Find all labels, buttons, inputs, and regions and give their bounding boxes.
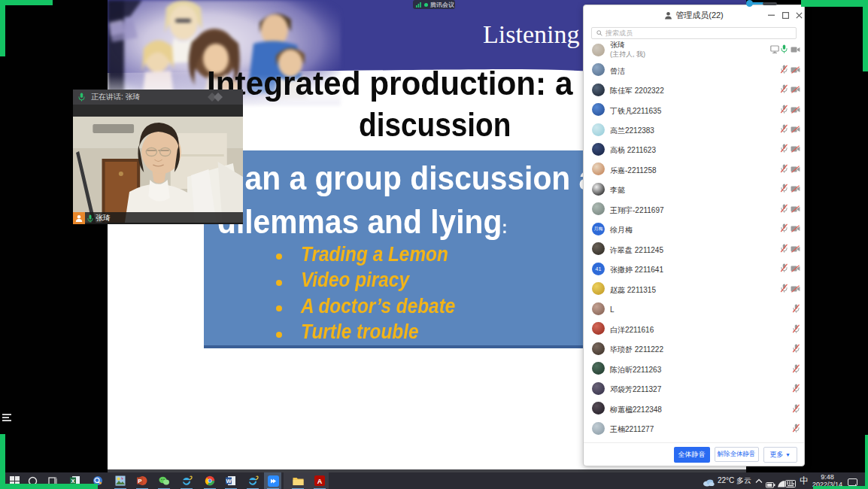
- svg-text:A: A: [317, 478, 323, 485]
- svg-text:P: P: [138, 478, 142, 484]
- svg-text:W: W: [226, 478, 232, 484]
